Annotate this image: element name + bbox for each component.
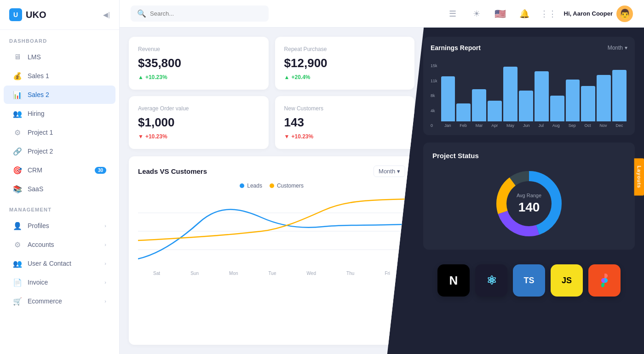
sidebar-item-lms[interactable]: 🖥 LMS [4, 48, 115, 66]
search-box[interactable]: 🔍 [131, 6, 269, 22]
sidebar-item-sales1-label: Sales 1 [28, 72, 106, 80]
project-status-card: Project Status Avg Range 140 [423, 143, 635, 250]
sidebar: U UKO ◀| DASHBOARD 🖥 LMS 💰 Sales 1 📊 Sal… [0, 0, 120, 354]
stat-card-customers: New Customers 143 ▼ +10.23% [275, 96, 415, 149]
stat-card-repeat: Repeat Purchase $12,900 ▲ +20.4% [275, 37, 415, 90]
menu-icon-button[interactable]: ☰ [444, 6, 461, 22]
saas-icon: 📚 [13, 184, 22, 194]
figma-icon[interactable] [588, 264, 621, 297]
sidebar-item-lms-label: LMS [28, 53, 106, 61]
sidebar-section-management: MANAGEMENT 👤 Profiles › ⚙ Accounts › 👥 U… [0, 199, 119, 311]
chevron-down-icon-2: ▾ [625, 45, 627, 51]
bar-feb[interactable] [456, 103, 471, 121]
arrow-down-icon-2: ▼ [284, 133, 290, 140]
tech-icons-row: N ⚛ TS JS [423, 257, 635, 304]
bar-dec[interactable] [612, 70, 627, 121]
nextjs-icon[interactable]: N [437, 264, 470, 297]
light-column: Revenue $35,800 ▲ +10.23% Repeat Purchas… [120, 28, 424, 354]
section-label-management: MANAGEMENT [0, 199, 119, 216]
leads-filter-button[interactable]: Month ▾ [374, 166, 405, 177]
ecommerce-icon: 🛒 [13, 297, 22, 306]
sidebar-item-hiring[interactable]: 👥 Hiring [4, 104, 115, 123]
invoice-chevron-icon: › [104, 280, 106, 285]
sidebar-item-sales2[interactable]: 📊 Sales 2 [4, 86, 115, 104]
sidebar-item-accounts-label: Accounts [28, 241, 99, 248]
bar-chart-container: JanFebMarAprMayJunJulAugSepOctNovDec [440, 57, 627, 128]
earnings-filter-button[interactable]: Month ▾ [608, 45, 627, 51]
stat-card-avg-order: Average Order value $1,000 ▼ +10.23% [129, 96, 269, 149]
ecommerce-chevron-icon: › [104, 298, 106, 304]
sidebar-item-user-contact-label: User & Contact [28, 260, 99, 267]
user-avatar: 👨 [616, 6, 633, 22]
logo-icon: U [9, 8, 22, 21]
bar-mar[interactable] [472, 89, 486, 121]
legend-customers-label: Customers [277, 183, 304, 189]
sidebar-item-sales1[interactable]: 💰 Sales 1 [4, 67, 115, 85]
bar-may[interactable] [503, 67, 518, 121]
sidebar-item-accounts[interactable]: ⚙ Accounts › [4, 235, 115, 254]
sidebar-item-invoice[interactable]: 📄 Invoice › [4, 273, 115, 291]
project2-icon: 🔗 [13, 147, 22, 156]
dark-chart-header: Earnings Report Month ▾ [431, 44, 627, 51]
bar-apr[interactable] [488, 101, 502, 121]
donut-chart: Avg Range 140 [492, 167, 566, 240]
sidebar-item-crm[interactable]: 🎯 CRM 30 [4, 161, 115, 179]
project1-icon: ⚙ [13, 128, 22, 137]
donut-center: Avg Range 140 [517, 193, 541, 215]
bars-row [440, 57, 627, 121]
react-icon[interactable]: ⚛ [475, 264, 507, 297]
notifications-button[interactable]: 🔔 [516, 6, 533, 22]
leads-line [138, 210, 405, 259]
arrow-up-icon: ▲ [138, 74, 144, 80]
sidebar-item-ecommerce[interactable]: 🛒 Ecommerce › [4, 292, 115, 310]
user-menu[interactable]: Hi, Aaron Cooper 👨 [564, 6, 633, 22]
layouts-tab[interactable]: Layouts [634, 158, 644, 195]
sidebar-item-profiles[interactable]: 👤 Profiles › [4, 217, 115, 235]
stats-grid: Revenue $35,800 ▲ +10.23% Repeat Purchas… [129, 37, 414, 149]
dark-bar-chart: 04k8k11k15k [431, 57, 627, 128]
bar-jul[interactable] [535, 71, 549, 121]
chevron-down-icon: ▾ [397, 168, 400, 175]
bar-nov[interactable] [597, 75, 611, 121]
grid-button[interactable]: ⋮⋮ [540, 6, 557, 22]
bar-sep[interactable] [566, 80, 580, 121]
content-area: Revenue $35,800 ▲ +10.23% Repeat Purchas… [120, 28, 644, 354]
stat-value-revenue: $35,800 [138, 56, 259, 70]
hiring-icon: 👥 [13, 109, 22, 118]
sidebar-item-project1[interactable]: ⚙ Project 1 [4, 123, 115, 142]
x-axis-labels: SatSunMonTueWedThuFri [138, 271, 405, 276]
stat-value-customers: 143 [284, 115, 406, 130]
main-content: 🔍 ☰ ☀ 🇺🇸 🔔 ⋮⋮ Hi, Aaron Cooper 👨 [120, 0, 644, 354]
leads-dot [240, 183, 244, 188]
search-input[interactable] [150, 10, 262, 17]
dark-column: Earnings Report Month ▾ 04k8k11k15k [382, 28, 644, 354]
theme-toggle-button[interactable]: ☀ [468, 6, 485, 22]
bar-jun[interactable] [519, 91, 533, 121]
avatar-emoji: 👨 [619, 8, 631, 19]
stat-value-repeat: $12,900 [284, 56, 406, 70]
javascript-icon[interactable]: JS [551, 264, 583, 297]
bar-jan[interactable] [441, 76, 455, 121]
sidebar-item-project2-label: Project 2 [28, 148, 106, 155]
flag-button[interactable]: 🇺🇸 [492, 6, 509, 22]
sidebar-item-user-contact[interactable]: 👥 User & Contact › [4, 254, 115, 273]
stat-label-revenue: Revenue [138, 46, 259, 52]
sidebar-item-project2[interactable]: 🔗 Project 2 [4, 142, 115, 160]
accounts-icon: ⚙ [13, 240, 22, 249]
sidebar-section-dashboard: DASHBOARD 🖥 LMS 💰 Sales 1 📊 Sales 2 👥 Hi… [0, 30, 119, 199]
sidebar-collapse-button[interactable]: ◀| [103, 11, 110, 18]
typescript-icon[interactable]: TS [513, 264, 545, 297]
sales2-icon: 📊 [13, 90, 22, 99]
crm-badge: 30 [95, 167, 106, 174]
bar-oct[interactable] [581, 86, 595, 121]
header-actions: ☰ ☀ 🇺🇸 🔔 ⋮⋮ Hi, Aaron Cooper 👨 [444, 6, 633, 22]
stat-label-customers: New Customers [284, 105, 406, 112]
sidebar-item-project1-label: Project 1 [28, 129, 106, 136]
user-contact-icon: 👥 [13, 259, 22, 268]
bar-aug[interactable] [550, 96, 564, 121]
x-axis-bar: JanFebMarAprMayJunJulAugSepOctNovDec [440, 123, 627, 128]
sidebar-item-saas[interactable]: 📚 SaaS [4, 180, 115, 198]
leads-chart-card: Leads VS Customers Month ▾ Leads Custome… [129, 156, 414, 345]
stat-label-repeat: Repeat Purchase [284, 46, 406, 52]
customers-line [138, 199, 405, 240]
